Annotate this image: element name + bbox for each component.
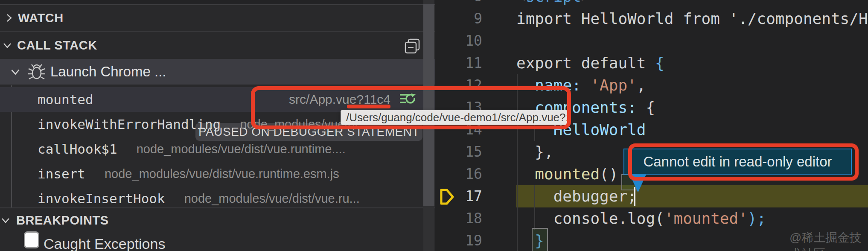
breakpoint-item-label: Caught Exceptions bbox=[44, 236, 165, 251]
debug-session-row[interactable]: Launch Chrome ... PAUSED ON DEBUGGER STA… bbox=[0, 59, 435, 85]
line-number: 17 bbox=[435, 185, 482, 207]
frame-path: node_modules/vue/dist/vue.ru... bbox=[184, 192, 360, 206]
call-stack-section-header[interactable]: CALL STACK bbox=[0, 32, 435, 59]
frame-path: node_modules/vue/dist/vue.runtime.... bbox=[137, 142, 346, 156]
code-line[interactable]: 17 debugger; bbox=[435, 185, 868, 207]
line-number: 15 bbox=[435, 141, 482, 163]
breakpoint-item-row[interactable]: Caught Exceptions bbox=[0, 236, 435, 251]
breakpoints-section: BREAKPOINTS Caught Exceptions bbox=[0, 207, 435, 251]
collapse-all-icon[interactable] bbox=[404, 38, 421, 55]
call-stack-section-label: CALL STACK bbox=[17, 38, 97, 53]
frame-name: mounted bbox=[38, 92, 93, 107]
call-stack-frame-row[interactable]: invokeInsertHooknode_modules/vue/dist/vu… bbox=[0, 186, 435, 207]
line-number: 16 bbox=[435, 163, 482, 185]
code-line-text: }, bbox=[516, 141, 553, 163]
vscode-debug-view: WATCH CALL STACK bbox=[0, 0, 868, 251]
breakpoints-section-header[interactable]: BREAKPOINTS bbox=[0, 208, 435, 232]
frame-name: callHook$1 bbox=[38, 141, 117, 157]
code-line-text: console.log('mounted'); bbox=[516, 207, 766, 230]
bracket-match-highlight bbox=[532, 228, 548, 251]
code-line[interactable]: 11export default { bbox=[435, 52, 868, 74]
frame-name: invokeInsertHook bbox=[38, 191, 165, 206]
indent-guide bbox=[534, 185, 535, 230]
caught-exceptions-checkbox[interactable] bbox=[24, 231, 39, 248]
chevron-down-icon[interactable] bbox=[9, 66, 21, 78]
debug-session-label: Launch Chrome ... bbox=[50, 64, 166, 80]
chevron-right-icon bbox=[3, 12, 15, 23]
code-line[interactable]: 9import HelloWorld from './components/He… bbox=[435, 8, 868, 30]
line-number: 10 bbox=[435, 30, 482, 52]
code-line[interactable]: 18 console.log('mounted'); bbox=[435, 207, 868, 230]
code-line[interactable]: 10 bbox=[435, 30, 868, 52]
frame-name: insert bbox=[38, 166, 85, 181]
frame-path: node_modules/vue/dist/vue.runtime.esm.js bbox=[105, 167, 339, 181]
line-number: 8 bbox=[435, 0, 482, 8]
chevron-down-icon bbox=[0, 215, 11, 226]
line-number: 11 bbox=[435, 52, 482, 74]
bug-icon bbox=[27, 63, 46, 81]
annotation-box-source bbox=[251, 86, 571, 129]
watch-section-label: WATCH bbox=[18, 11, 64, 25]
line-number: 19 bbox=[435, 230, 482, 251]
code-line-text: <script> bbox=[516, 0, 590, 8]
frame-name: invokeWithErrorHandling bbox=[38, 117, 221, 132]
code-line-text: mounted() bbox=[516, 163, 618, 185]
chevron-down-icon bbox=[2, 40, 13, 51]
call-stack-frame-row[interactable]: insertnode_modules/vue/dist/vue.runtime.… bbox=[0, 161, 435, 186]
watch-section-header[interactable]: WATCH bbox=[0, 5, 435, 31]
code-line-text: import HelloWorld from './components/Hel bbox=[516, 8, 868, 30]
code-line[interactable]: 8<script> bbox=[435, 0, 868, 8]
call-stack-frame-row[interactable]: callHook$1node_modules/vue/dist/vue.runt… bbox=[0, 137, 435, 161]
annotation-box-readonly bbox=[628, 143, 859, 181]
previous-section-edge bbox=[0, 0, 435, 4]
breakpoints-section-label: BREAKPOINTS bbox=[16, 213, 109, 228]
line-number: 9 bbox=[435, 8, 482, 30]
watermark: @稀土掘金技术社区 bbox=[789, 230, 868, 251]
line-number: 18 bbox=[435, 207, 482, 230]
code-line-text: export default { bbox=[516, 52, 664, 74]
